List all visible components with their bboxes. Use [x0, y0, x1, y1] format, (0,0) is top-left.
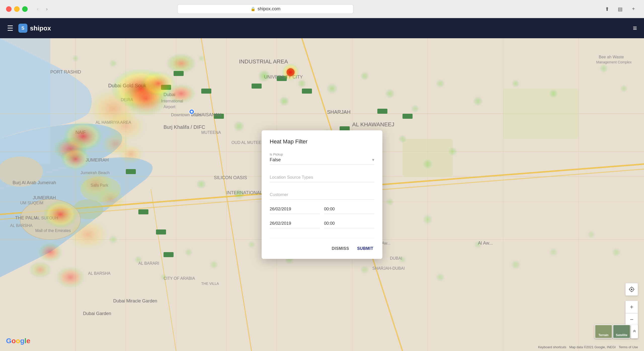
brand-logo: S: [18, 24, 27, 33]
additional-field-row: [270, 233, 374, 238]
lock-icon: 🔒: [251, 7, 256, 11]
app-header: ☰ S shipox ≡: [0, 18, 644, 38]
minimize-button[interactable]: [14, 6, 20, 12]
location-source-field: Location Source Types: [270, 170, 374, 182]
modal-actions: DISMISS SUBMIT: [270, 244, 374, 253]
is-pickup-label: Is Pickup: [270, 152, 283, 156]
is-pickup-selected-value: False: [270, 157, 281, 163]
address-bar[interactable]: 🔒 shipox.com: [177, 4, 353, 14]
traffic-lights: [6, 6, 28, 12]
more-menu-button[interactable]: ≡: [633, 24, 637, 32]
time-from-field: 00:00: [324, 205, 374, 214]
time-to-value[interactable]: 00:00: [324, 219, 374, 228]
share-button[interactable]: ⬆: [603, 5, 612, 14]
browser-chrome: ‹ › 🔒 shipox.com ⬆ ▤ +: [0, 0, 644, 18]
datetime-to-row: 26/02/2019 00:00: [270, 219, 374, 228]
customer-placeholder[interactable]: Customer: [270, 187, 374, 200]
forward-button[interactable]: ›: [43, 5, 51, 13]
is-pickup-value[interactable]: False ▾: [270, 152, 374, 165]
new-tab-button[interactable]: +: [629, 5, 638, 14]
back-button[interactable]: ‹: [34, 5, 42, 13]
datetime-from-row: 26/02/2019 00:00: [270, 205, 374, 214]
date-to-field: 26/02/2019: [270, 219, 320, 228]
time-to-field: 00:00: [324, 219, 374, 228]
time-from-value[interactable]: 00:00: [324, 205, 374, 214]
close-button[interactable]: [6, 6, 12, 12]
nav-arrows: ‹ ›: [34, 5, 51, 13]
brand-name: shipox: [30, 24, 51, 32]
url-text: shipox.com: [258, 6, 280, 12]
brand: S shipox: [18, 24, 51, 33]
location-source-placeholder[interactable]: Location Source Types: [270, 170, 374, 182]
header-right: ≡: [633, 24, 637, 32]
heat-map-filter-modal: Heat Map Filter Is Pickup False ▾ Locati…: [262, 130, 382, 259]
maximize-button[interactable]: [22, 6, 28, 12]
date-to-value[interactable]: 26/02/2019: [270, 219, 320, 228]
date-from-value[interactable]: 26/02/2019: [270, 205, 320, 214]
date-from-field: 26/02/2019: [270, 205, 320, 214]
modal-overlay: Heat Map Filter Is Pickup False ▾ Locati…: [0, 38, 644, 351]
submit-button[interactable]: SUBMIT: [356, 244, 374, 253]
reader-button[interactable]: ▤: [616, 5, 625, 14]
hamburger-button[interactable]: ☰: [7, 24, 13, 32]
modal-title: Heat Map Filter: [270, 138, 374, 145]
browser-actions: ⬆ ▤ +: [603, 5, 638, 14]
customer-field: Customer: [270, 187, 374, 200]
map-container[interactable]: INDUSTRIAL AREA UNIVERSITY CITY SHARJAH …: [0, 38, 644, 351]
is-pickup-dropdown-arrow: ▾: [372, 157, 374, 163]
is-pickup-field: Is Pickup False ▾: [270, 152, 374, 165]
dismiss-button[interactable]: DISMISS: [331, 244, 350, 253]
